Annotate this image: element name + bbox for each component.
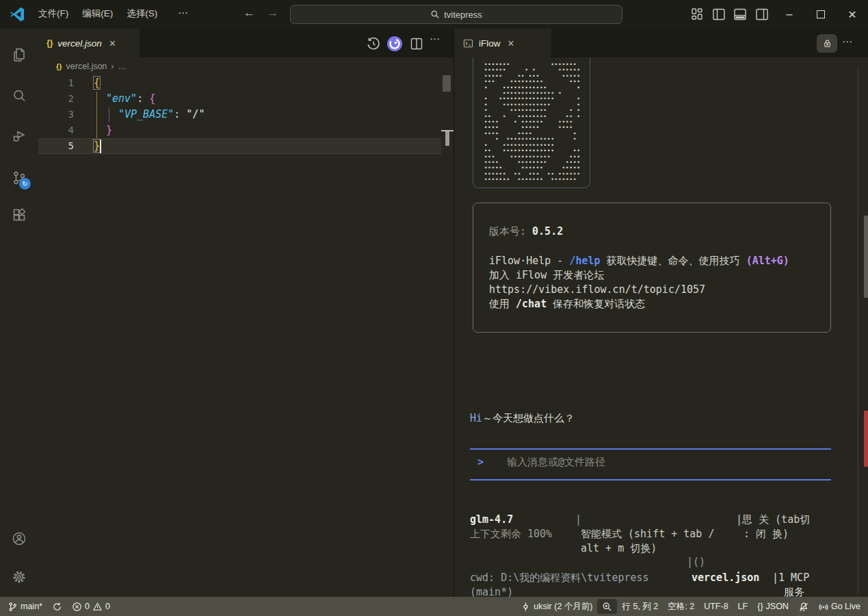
- code-text: }: [106, 123, 112, 138]
- iflow-extension-icon[interactable]: [386, 36, 403, 52]
- toggle-primary-sidebar-icon[interactable]: [711, 6, 727, 23]
- line-number: 5: [38, 138, 74, 154]
- prompt-chevron: >: [477, 456, 484, 468]
- input-bottom-border: [470, 479, 831, 480]
- breadcrumb[interactable]: {} vercel.json › …: [38, 57, 453, 75]
- assistant-greeting: Hi～今天想做点什么？: [470, 412, 575, 425]
- line-number: 1: [38, 75, 74, 91]
- problems-indicator[interactable]: 0 0: [67, 599, 115, 614]
- split-editor-icon[interactable]: [408, 36, 425, 52]
- text-cursor: [100, 140, 101, 153]
- vscode-window: 文件(F)编辑(E)选择(S) ⋯ ← → tvitepress – ✕: [0, 0, 868, 616]
- bell-slash-icon: [798, 602, 808, 612]
- notifications-muted-button[interactable]: [793, 599, 813, 614]
- code-line-2[interactable]: 2"env": {: [38, 91, 453, 107]
- search-value: tvitepress: [444, 10, 482, 20]
- line-number: 2: [38, 91, 74, 107]
- git-commit-icon: [521, 602, 531, 612]
- source-control-icon[interactable]: ↻: [11, 170, 27, 186]
- branch-indicator[interactable]: main*: [3, 599, 47, 614]
- breadcrumb-file[interactable]: vercel.json: [66, 62, 107, 71]
- encoding-indicator[interactable]: UTF-8: [699, 599, 733, 614]
- greeting-hi: Hi: [470, 412, 482, 424]
- iflow-status-model: glm-4.7: [470, 513, 513, 526]
- greeting-text: ～今天想做点什么？: [482, 412, 575, 424]
- tab-iflow[interactable]: iFlow ✕: [454, 29, 551, 57]
- code-token: "/": [186, 108, 205, 120]
- breadcrumb-rest[interactable]: …: [118, 62, 127, 71]
- eol-indicator[interactable]: LF: [733, 599, 753, 614]
- zoom-indicator[interactable]: [597, 599, 617, 614]
- text-segment: /chat: [516, 298, 547, 310]
- forum-url[interactable]: https://vibex.iflow.cn/t/topic/1057: [489, 283, 705, 296]
- run-and-debug-icon[interactable]: [11, 129, 27, 145]
- language-mode-indicator[interactable]: {} JSON: [752, 599, 793, 614]
- iflow-dot-logo: ••••••• ••••••• •••••• • • •••••• ••••• …: [480, 62, 590, 183]
- history-forward-button[interactable]: →: [267, 6, 278, 20]
- iflow-panel: iFlow ✕ ⋯ ••••••• ••••••• •••••• • • •••…: [453, 29, 868, 597]
- zoom-in-icon: [602, 602, 612, 612]
- maximize-button[interactable]: [805, 0, 837, 29]
- customize-layout-icon[interactable]: [689, 6, 705, 23]
- version-info-box: 版本号: 0.5.2 iFlow·Help - /help 获取快捷键、命令、使…: [473, 203, 831, 333]
- command-center-search[interactable]: tvitepress: [290, 5, 622, 24]
- text-segment: 使用: [489, 298, 516, 310]
- tab-vercel-json[interactable]: {} vercel.json ✕: [38, 29, 140, 57]
- help-line: iFlow·Help - /help 获取快捷键、命令、使用技巧 (Alt+G): [489, 255, 789, 268]
- warnings-icon: [92, 602, 103, 612]
- code-text: {: [94, 75, 100, 91]
- timeline-history-icon[interactable]: [365, 36, 382, 52]
- iflow-tab-bar: iFlow ✕ ⋯: [454, 29, 868, 57]
- cursor-position-indicator[interactable]: 行 5, 列 2: [617, 599, 663, 614]
- iflow-terminal[interactable]: ••••••• ••••••• •••••• • • •••••• ••••• …: [454, 57, 868, 597]
- panel-scrollbar-thumb[interactable]: [864, 216, 868, 298]
- title-bar: 文件(F)编辑(E)选择(S) ⋯ ← → tvitepress – ✕: [0, 0, 868, 29]
- line-col-text: 行 5, 列 2: [622, 601, 658, 613]
- code-line-4[interactable]: 4}: [38, 123, 453, 138]
- tab-close-icon[interactable]: ✕: [107, 38, 118, 49]
- lock-icon[interactable]: [817, 34, 837, 53]
- status-bar: main* 0 0 uksir (2 个月前): [0, 597, 868, 616]
- go-live-button[interactable]: Go Live: [813, 599, 865, 614]
- chat-input-placeholder[interactable]: 输入消息或@文件路径: [507, 456, 605, 469]
- editor-more-actions-icon[interactable]: ⋯: [430, 33, 446, 49]
- toggle-panel-icon[interactable]: [732, 6, 748, 23]
- forum-line: 加入 iFlow 开发者论坛: [489, 269, 604, 282]
- line-number: 4: [38, 123, 74, 138]
- settings-gear-icon[interactable]: [11, 569, 27, 585]
- extensions-icon[interactable]: [11, 207, 27, 223]
- iflow-status-think2: : 闭 换): [737, 528, 789, 541]
- minimize-button[interactable]: –: [774, 0, 805, 29]
- history-back-button[interactable]: ←: [244, 6, 255, 20]
- iflow-status-sep1: |: [575, 513, 581, 526]
- code-token: "VP_BASE": [118, 108, 174, 120]
- panel-decoration-line: [858, 66, 858, 594]
- explorer-icon[interactable]: [11, 47, 27, 63]
- version-label: 版本号:: [489, 225, 526, 238]
- code-token: }: [94, 140, 100, 152]
- code-editor[interactable]: 1{2"env": {3"VP_BASE": "/"4}5}: [38, 75, 453, 597]
- close-window-button[interactable]: ✕: [837, 0, 868, 29]
- errors-icon: [72, 602, 82, 612]
- sync-button[interactable]: [47, 599, 67, 614]
- blame-indicator[interactable]: uksir (2 个月前): [516, 599, 597, 614]
- sync-icon: [52, 602, 62, 612]
- code-line-1[interactable]: 1{: [38, 75, 453, 91]
- menu-item-0[interactable]: 文件(F): [31, 5, 75, 23]
- indentation-indicator[interactable]: 空格: 2: [663, 599, 699, 614]
- code-line-3[interactable]: 3"VP_BASE": "/": [38, 107, 453, 123]
- accounts-icon[interactable]: [11, 530, 27, 547]
- menu-item-2[interactable]: 选择(S): [120, 5, 164, 23]
- text-segment: iFlow·Help -: [489, 255, 569, 267]
- search-sidebar-icon[interactable]: [11, 88, 27, 104]
- tab-close-icon[interactable]: ✕: [505, 38, 517, 49]
- toggle-secondary-sidebar-icon[interactable]: [754, 6, 770, 23]
- indent-text: 空格: 2: [668, 601, 694, 613]
- panel-more-actions-icon[interactable]: ⋯: [842, 36, 852, 48]
- menu-more-button[interactable]: ⋯: [172, 5, 194, 21]
- menu-item-1[interactable]: 编辑(E): [75, 5, 120, 23]
- code-text: "VP_BASE": "/": [118, 107, 205, 123]
- iflow-logo-art-box: ••••••• ••••••• •••••• • • •••••• ••••• …: [473, 57, 590, 188]
- language-text: JSON: [766, 602, 789, 611]
- warnings-count: 0: [105, 602, 110, 611]
